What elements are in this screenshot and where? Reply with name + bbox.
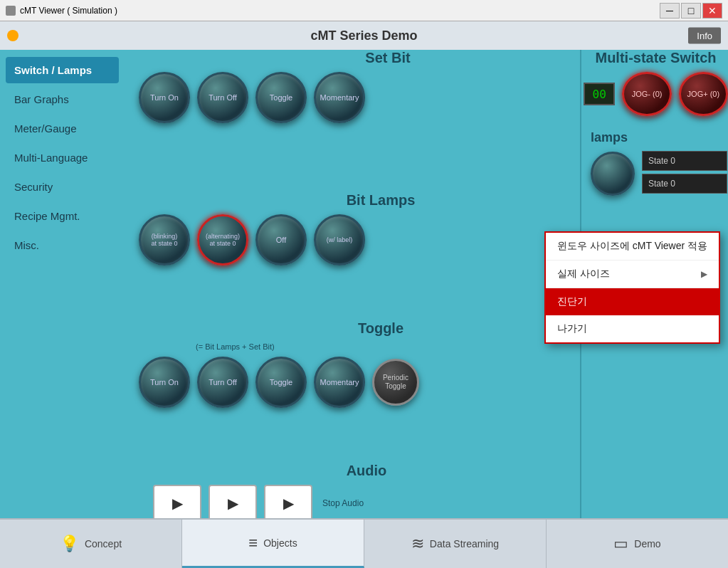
bit-lamp-label[interactable]: (w/ label) [314,214,365,265]
sidebar: Switch / Lamps Bar Graphs Meter/Gauge Mu… [0,50,125,518]
titlebar-left: cMT Viewer ( Simulation ) [6,6,117,16]
toggle-title: Toggle [196,320,566,337]
audio-title: Audio [167,463,566,479]
status-dot [7,30,19,41]
set-bit-title: Set Bit [210,50,566,66]
toggle-turn-off[interactable]: Turn Off [197,357,248,408]
app-icon [6,6,16,16]
toggle-subtitle: (= Bit Lamps + Set Bit) [196,342,566,351]
audio-buttons: ▶ ▶ ▶ Stop Audio [153,485,566,518]
audio-play-3[interactable]: ▶ [264,485,312,518]
sidebar-item-multi-language[interactable]: Multi-Language [6,144,119,171]
toggle-turn-on[interactable]: Turn On [139,357,190,408]
titlebar: cMT Viewer ( Simulation ) ─ □ ✕ [0,0,728,21]
bit-lamp-alternating[interactable]: (alternating) at state 0 [197,214,248,265]
bit-lamp-blinking[interactable]: (blinking) at state 0 [139,214,190,265]
titlebar-title: cMT Viewer ( Simulation ) [20,6,117,16]
ctx-item-actual-size[interactable]: 실제 사이즈 ▶ [546,261,719,288]
sidebar-item-bar-graphs[interactable]: Bar Graphs [6,86,119,112]
data-streaming-icon: ≋ [411,535,424,553]
sidebar-item-recipe-mgmt[interactable]: Recipe Mgmt. [6,203,119,229]
set-bit-toggle[interactable]: Toggle [255,72,307,123]
bit-lamp-off[interactable]: Off [255,214,307,265]
objects-icon: ≡ [248,534,258,552]
context-menu: 윈도우 사이즈에 cMT Viewer 적용 실제 사이즈 ▶ 진단기 나가기 [544,231,720,344]
taskbar: 💡 Concept ≡ Objects ≋ Data Streaming ▭ D… [0,518,728,568]
tab-objects[interactable]: ≡ Objects [182,520,364,568]
ctx-arrow-icon: ▶ [701,269,707,279]
mss-display: 00 [584,83,615,105]
close-button[interactable]: ✕ [702,3,722,19]
periodic-toggle-button[interactable]: Periodic Toggle [372,359,419,406]
ctx-item-exit[interactable]: 나가기 [546,315,719,342]
bit-lamps-buttons: (blinking) at state 0 (alternating) at s… [139,214,566,265]
msl-title: lamps [591,130,728,145]
state-bar-0b: State 0 [642,174,727,194]
audio-section: Audio ▶ ▶ ▶ Stop Audio [125,463,566,518]
tab-concept[interactable]: 💡 Concept [0,520,182,568]
tab-data-streaming[interactable]: ≋ Data Streaming [364,520,547,568]
mss-title: Multi-state Switch [584,50,728,66]
concept-icon: 💡 [60,535,79,553]
sidebar-item-misc[interactable]: Misc. [6,232,119,258]
audio-play-1[interactable]: ▶ [153,485,201,518]
titlebar-controls: ─ □ ✕ [660,3,722,19]
jog-plus-button[interactable]: JOG+ (0) [679,72,728,116]
set-bit-turn-on[interactable]: Turn On [139,72,190,123]
set-bit-momentary[interactable]: Momentary [314,72,365,123]
bit-lamps-title: Bit Lamps [196,192,566,209]
toggle-section: Toggle (= Bit Lamps + Set Bit) Turn On T… [125,320,566,412]
set-bit-turn-off[interactable]: Turn Off [197,72,248,123]
mss-content: 00 JOG- (0) JOG+ (0) [584,72,728,116]
toggle-toggle[interactable]: Toggle [255,357,307,408]
headerbar: cMT Series Demo Info [0,21,728,50]
toggle-buttons: Turn On Turn Off Toggle Momentary Period… [139,357,566,408]
audio-play-2[interactable]: ▶ [209,485,257,518]
bit-lamps-section: Bit Lamps (blinking) at state 0 (alterna… [125,192,566,270]
set-bit-section: Set Bit Turn On Turn Off Toggle Momentar… [125,50,566,127]
tab-demo[interactable]: ▭ Demo [547,520,728,568]
multi-state-lamps-section: lamps State 0 State 0 [591,130,728,196]
ctx-item-resize[interactable]: 윈도우 사이즈에 cMT Viewer 적용 [546,233,719,261]
set-bit-buttons: Turn On Turn Off Toggle Momentary [139,72,566,123]
main-area: Switch / Lamps Bar Graphs Meter/Gauge Mu… [0,50,728,518]
maximize-button[interactable]: □ [681,3,701,19]
msl-btn-1[interactable] [591,152,635,196]
sidebar-item-security[interactable]: Security [6,174,119,200]
state-bar-0: State 0 [642,151,727,171]
sidebar-item-switch-lamps[interactable]: Switch / Lamps [6,57,119,83]
demo-icon: ▭ [613,535,628,553]
content-area: Set Bit Turn On Turn Off Toggle Momentar… [125,50,728,518]
stop-audio-label: Stop Audio [322,498,364,508]
header-title: cMT Series Demo [310,28,417,43]
right-panel: Multi-state Switch 00 JOG- (0) JOG+ (0) … [584,50,728,196]
multi-state-switch-section: Multi-state Switch 00 JOG- (0) JOG+ (0) [584,50,728,116]
minimize-button[interactable]: ─ [660,3,680,19]
toggle-momentary[interactable]: Momentary [314,357,365,408]
jog-minus-button[interactable]: JOG- (0) [622,72,671,116]
sidebar-item-meter-gauge[interactable]: Meter/Gauge [6,115,119,142]
info-button[interactable]: Info [688,28,721,44]
ctx-item-diagnostics[interactable]: 진단기 [546,288,719,315]
